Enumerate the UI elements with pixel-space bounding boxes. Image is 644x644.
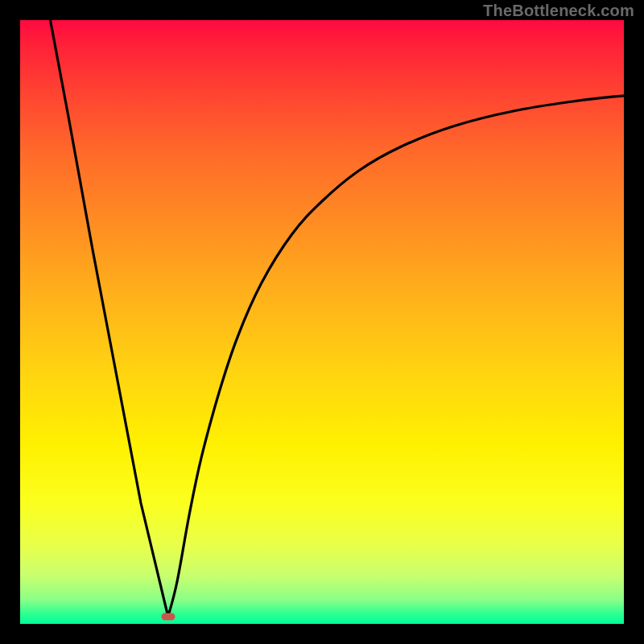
curve-svg [20, 20, 624, 624]
plot-area [20, 20, 624, 624]
min-marker [161, 613, 175, 621]
curve-right-branch [168, 96, 624, 617]
watermark-text: TheBottleneck.com [483, 2, 634, 20]
chart-frame: TheBottleneck.com [0, 0, 644, 644]
curve-left-branch [51, 20, 168, 617]
